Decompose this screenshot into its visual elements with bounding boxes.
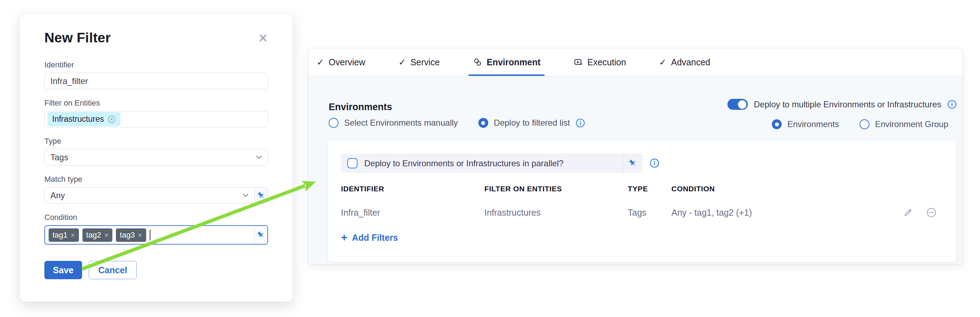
radio-deploy-to-filtered-list[interactable]: Deploy to filtered list: [478, 118, 585, 128]
close-icon[interactable]: ✕: [258, 32, 269, 44]
info-icon[interactable]: [576, 118, 585, 128]
identifier-label: Identifier: [45, 60, 268, 70]
modal-title: New Filter: [45, 30, 111, 46]
col-type: TYPE: [628, 185, 671, 193]
filters-table-header: IDENTIFIER FILTER ON ENTITIES TYPE CONDI…: [341, 185, 942, 193]
cell-filter-on-entities: Infrastructures: [484, 208, 628, 218]
match-type-select[interactable]: Any: [45, 187, 268, 204]
plus-icon: +: [341, 232, 347, 243]
tag-remove-icon[interactable]: ×: [104, 232, 108, 239]
edit-filter-button[interactable]: [896, 208, 921, 218]
text-cursor: [150, 230, 150, 240]
pin-button[interactable]: [254, 226, 267, 244]
condition-tag: tag2 ×: [83, 228, 113, 242]
radio-select-environments-manually[interactable]: Select Environments manually: [329, 118, 458, 128]
pipeline-stage-panel: ✓ Overview ✓ Service Environment: [308, 48, 963, 265]
pin-button[interactable]: [255, 187, 268, 203]
parallel-checkbox[interactable]: [347, 158, 358, 168]
condition-input[interactable]: tag1 × tag2 × tag3 ×: [45, 225, 268, 245]
environments-heading: Environments: [329, 102, 392, 113]
deploy-multiple-toggle-row: Deploy to multiple Environments or Infra…: [727, 99, 957, 110]
pencil-icon: [903, 208, 913, 218]
entities-input[interactable]: Infrastructures: [45, 111, 268, 127]
col-condition: CONDITION: [671, 185, 896, 193]
type-value: Tags: [50, 152, 68, 162]
info-icon[interactable]: [649, 158, 659, 168]
cell-type: Tags: [628, 208, 671, 218]
stage-tabbar: ✓ Overview ✓ Service Environment: [308, 48, 963, 76]
tab-environment[interactable]: Environment: [473, 48, 540, 76]
col-identifier: IDENTIFIER: [341, 185, 484, 193]
pin-icon: [256, 231, 266, 240]
check-icon: ✓: [659, 57, 667, 67]
entities-chip: Infrastructures: [48, 112, 121, 126]
radio-icon[interactable]: [859, 119, 869, 129]
match-type-value: Any: [50, 191, 65, 200]
radio-selected-icon[interactable]: [772, 119, 782, 129]
identifier-input[interactable]: Infra_filter: [45, 73, 268, 89]
filters-card: Deploy to Environments or Infrastructure…: [328, 140, 956, 262]
condition-tag: tag1 ×: [49, 228, 79, 242]
pin-button[interactable]: [623, 154, 643, 173]
pin-icon: [628, 158, 638, 168]
tab-overview[interactable]: ✓ Overview: [317, 48, 365, 76]
identifier-value: Infra_filter: [50, 76, 88, 86]
tab-service[interactable]: ✓ Service: [398, 48, 440, 76]
deploy-multiple-toggle[interactable]: [727, 99, 748, 110]
condition-label: Condition: [45, 213, 268, 222]
chevron-down-icon: [242, 194, 249, 197]
check-icon: ✓: [317, 57, 324, 67]
radio-environments[interactable]: Environments: [772, 119, 839, 129]
pin-icon: [257, 191, 266, 200]
type-label: Type: [45, 137, 268, 146]
parallel-checkbox-bar: Deploy to Environments or Infrastructure…: [341, 154, 643, 173]
tab-execution[interactable]: Execution: [573, 48, 626, 76]
cell-condition: Any - tag1, tag2 (+1): [671, 208, 896, 218]
new-filter-modal: New Filter ✕ Identifier Infra_filter Fil…: [20, 13, 293, 302]
type-select[interactable]: Tags: [45, 149, 268, 166]
save-button[interactable]: Save: [45, 261, 82, 279]
cancel-button[interactable]: Cancel: [89, 261, 137, 279]
environment-tab-content: Environments Select Environments manuall…: [308, 76, 963, 264]
add-filters-button[interactable]: + Add Filters: [341, 233, 398, 243]
radio-environment-group[interactable]: Environment Group: [859, 119, 948, 129]
col-filter-on-entities: FILTER ON ENTITIES: [484, 185, 628, 193]
radio-icon[interactable]: [329, 118, 339, 128]
radio-selected-icon[interactable]: [478, 118, 488, 128]
entities-label: Filter on Entities: [45, 98, 268, 108]
execution-icon: [573, 58, 583, 67]
condition-tag: tag3 ×: [116, 228, 146, 242]
check-icon: ✓: [398, 57, 406, 67]
tag-remove-icon[interactable]: ×: [138, 232, 142, 239]
filters-table: IDENTIFIER FILTER ON ENTITIES TYPE CONDI…: [341, 185, 942, 218]
match-type-label: Match type: [45, 175, 268, 184]
chip-remove-icon[interactable]: [107, 115, 116, 123]
minus-circle-icon: [926, 207, 937, 218]
table-row: Infra_filter Infrastructures Tags Any - …: [341, 207, 942, 218]
info-icon[interactable]: [947, 99, 957, 109]
cell-identifier: Infra_filter: [341, 208, 484, 218]
page: New Filter ✕ Identifier Infra_filter Fil…: [0, 0, 980, 317]
environment-icon: [473, 58, 482, 67]
chevron-down-icon: [256, 155, 262, 159]
tab-advanced[interactable]: ✓ Advanced: [659, 48, 710, 76]
remove-filter-button[interactable]: [921, 207, 942, 218]
tag-remove-icon[interactable]: ×: [71, 232, 75, 239]
parallel-checkbox-label: Deploy to Environments or Infrastructure…: [364, 158, 564, 168]
